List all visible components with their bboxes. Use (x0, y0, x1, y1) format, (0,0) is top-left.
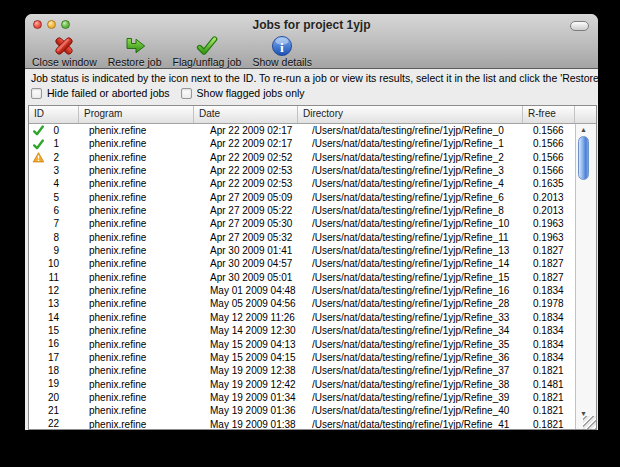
job-date: May 05 2009 04:56 (194, 297, 298, 310)
table-row[interactable]: 13 phenix.refine May 05 2009 04:56 /User… (29, 297, 575, 310)
job-date: May 15 2009 04:15 (194, 351, 298, 364)
table-row[interactable]: 1 phenix.refine Apr 22 2009 02:17 /Users… (29, 137, 575, 150)
restore-arrow-icon (124, 35, 146, 57)
table-row[interactable]: 11 phenix.refine Apr 30 2009 05:01 /User… (29, 271, 575, 284)
show-details-button[interactable]: i Show details (250, 35, 314, 68)
job-rfree: 0.1963 (523, 231, 575, 244)
column-header-id[interactable]: ID (29, 106, 79, 123)
table-row[interactable]: 6 phenix.refine Apr 27 2009 05:22 /Users… (29, 204, 575, 217)
table-row[interactable]: 7 phenix.refine Apr 27 2009 05:30 /Users… (29, 217, 575, 230)
job-directory: /Users/nat/data/testing/refine/1yjp/Refi… (298, 351, 523, 364)
job-program: phenix.refine (79, 297, 194, 310)
job-directory: /Users/nat/data/testing/refine/1yjp/Refi… (298, 364, 523, 377)
job-id: 15 (44, 324, 59, 338)
window-title: Jobs for project 1yjp (85, 18, 538, 32)
status-icon-slot (32, 392, 44, 403)
table-row[interactable]: 3 phenix.refine Apr 22 2009 02:53 /Users… (29, 164, 575, 177)
job-directory: /Users/nat/data/testing/refine/1yjp/Refi… (298, 338, 523, 351)
column-header-directory[interactable]: Directory (298, 106, 523, 123)
hide-failed-label: Hide failed or aborted jobs (47, 87, 170, 99)
cell-id: 12 (29, 284, 79, 297)
status-icon-slot (32, 352, 44, 363)
cell-id: 16 (29, 338, 79, 351)
job-rfree: 0.1635 (523, 177, 575, 190)
job-directory: /Users/nat/data/testing/refine/1yjp/Refi… (298, 311, 523, 324)
job-directory: /Users/nat/data/testing/refine/1yjp/Refi… (298, 164, 523, 177)
status-icon-slot (32, 165, 44, 176)
job-id: 3 (44, 164, 59, 178)
resize-grip[interactable] (583, 416, 596, 429)
job-program: phenix.refine (79, 204, 194, 217)
cell-id: 18 (29, 364, 79, 377)
cell-id: 2 (29, 151, 79, 164)
status-icon-slot (32, 205, 44, 216)
job-rfree: 0.1834 (523, 284, 575, 297)
table-row[interactable]: 17 phenix.refine May 15 2009 04:15 /User… (29, 351, 575, 364)
column-header-rfree[interactable]: R-free (523, 106, 575, 123)
table-row[interactable]: 12 phenix.refine May 01 2009 04:48 /User… (29, 284, 575, 297)
minimize-window-icon[interactable] (47, 20, 56, 29)
close-window-button[interactable]: Close window (30, 35, 99, 68)
job-rfree: 0.1821 (523, 404, 575, 417)
job-id: 19 (44, 377, 59, 391)
status-icon-slot (32, 325, 44, 336)
job-date: Apr 22 2009 02:53 (194, 164, 298, 177)
info-icon: i (271, 35, 293, 57)
job-program: phenix.refine (79, 418, 194, 429)
column-header-program[interactable]: Program (79, 106, 194, 123)
cell-id: 9 (29, 244, 79, 257)
status-icon-slot (32, 232, 44, 243)
job-rfree: 0.1821 (523, 418, 575, 429)
scrollbar-thumb[interactable] (578, 136, 589, 180)
job-id: 18 (44, 364, 59, 378)
cell-id: 13 (29, 297, 79, 310)
job-date: Apr 22 2009 02:17 (194, 137, 298, 150)
table-row[interactable]: 18 phenix.refine May 19 2009 12:38 /User… (29, 364, 575, 377)
window-chrome: Jobs for project 1yjp Close window (25, 14, 598, 69)
close-window-icon[interactable] (33, 20, 42, 29)
job-date: Apr 30 2009 04:57 (194, 257, 298, 270)
table-row[interactable]: 22 phenix.refine May 19 2009 01:38 /User… (29, 418, 575, 429)
table-row[interactable]: 9 phenix.refine Apr 30 2009 01:41 /Users… (29, 244, 575, 257)
job-program: phenix.refine (79, 404, 194, 417)
status-icon-slot (32, 312, 44, 323)
vertical-scrollbar[interactable]: ▲ ▼ (575, 124, 596, 429)
zoom-window-icon[interactable] (61, 20, 70, 29)
job-rfree: 0.1566 (523, 151, 575, 164)
table-row[interactable]: 4 phenix.refine Apr 22 2009 02:53 /Users… (29, 177, 575, 190)
flag-unflag-job-button[interactable]: Flag/unflag job (170, 35, 243, 68)
job-program: phenix.refine (79, 378, 194, 391)
table-row[interactable]: 15 phenix.refine May 14 2009 12:30 /User… (29, 324, 575, 337)
status-icon-slot (32, 299, 44, 310)
cell-id: 19 (29, 378, 79, 391)
job-program: phenix.refine (79, 271, 194, 284)
scroll-up-icon[interactable]: ▲ (576, 126, 591, 134)
job-id: 12 (44, 284, 59, 298)
job-id: 1 (44, 137, 59, 151)
table-body: 0 phenix.refine Apr 22 2009 02:17 /Users… (29, 124, 575, 429)
column-header-date[interactable]: Date (194, 106, 298, 123)
table-row[interactable]: 21 phenix.refine May 19 2009 01:36 /User… (29, 404, 575, 417)
show-flagged-checkbox[interactable] (181, 88, 192, 99)
table-row[interactable]: 0 phenix.refine Apr 22 2009 02:17 /Users… (29, 124, 575, 137)
table-row[interactable]: 5 phenix.refine Apr 27 2009 05:09 /Users… (29, 191, 575, 204)
cell-id: 1 (29, 137, 79, 150)
table-row[interactable]: 8 phenix.refine Apr 27 2009 05:32 /Users… (29, 231, 575, 244)
job-rfree: 0.1834 (523, 351, 575, 364)
table-row[interactable]: 10 phenix.refine Apr 30 2009 04:57 /User… (29, 257, 575, 270)
job-program: phenix.refine (79, 284, 194, 297)
table-row[interactable]: 20 phenix.refine May 19 2009 01:34 /User… (29, 391, 575, 404)
jobs-window: Jobs for project 1yjp Close window (25, 14, 598, 430)
table-row[interactable]: 16 phenix.refine May 15 2009 04:13 /User… (29, 338, 575, 351)
job-directory: /Users/nat/data/testing/refine/1yjp/Refi… (298, 391, 523, 404)
restore-job-button[interactable]: Restore job (106, 35, 164, 68)
job-directory: /Users/nat/data/testing/refine/1yjp/Refi… (298, 244, 523, 257)
toolbar-label: Show details (252, 56, 312, 68)
table-row[interactable]: 14 phenix.refine May 12 2009 11:26 /User… (29, 311, 575, 324)
job-program: phenix.refine (79, 311, 194, 324)
hide-failed-checkbox[interactable] (31, 88, 42, 99)
toolbar-toggle-icon[interactable] (570, 21, 589, 31)
table-row[interactable]: 2 phenix.refine Apr 22 2009 02:52 /Users… (29, 151, 575, 164)
job-directory: /Users/nat/data/testing/refine/1yjp/Refi… (298, 124, 523, 137)
table-row[interactable]: 19 phenix.refine May 19 2009 12:42 /User… (29, 378, 575, 391)
